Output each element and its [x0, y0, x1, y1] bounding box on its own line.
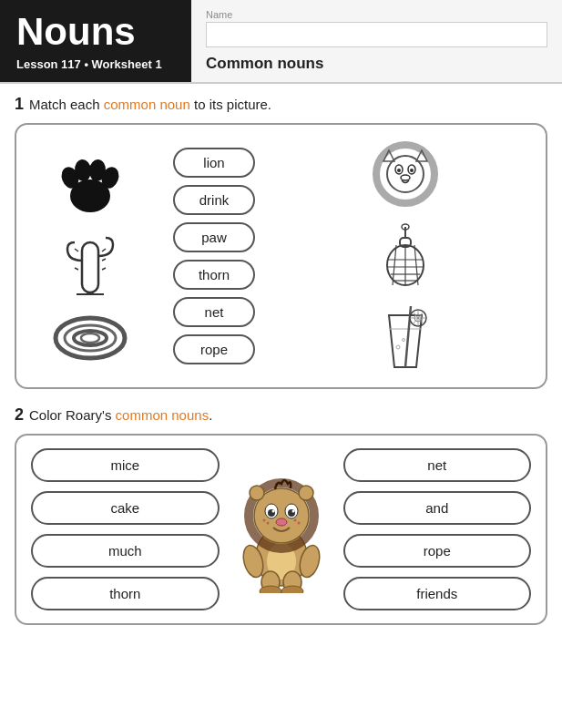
svg-line-11 — [102, 268, 106, 270]
exercise2-number: 2 — [15, 405, 24, 425]
svg-point-61 — [262, 519, 265, 522]
svg-point-52 — [250, 486, 264, 500]
exercise1-left-images — [31, 147, 149, 365]
word-rope2: rope — [343, 534, 532, 568]
word-much: much — [31, 534, 220, 568]
svg-line-8 — [75, 268, 78, 270]
svg-point-69 — [260, 586, 281, 593]
svg-point-64 — [297, 522, 300, 525]
svg-point-16 — [81, 333, 99, 343]
name-input[interactable] — [206, 22, 547, 47]
exercise2-left-words: mice cake much thorn — [31, 448, 220, 610]
svg-point-17 — [376, 145, 434, 203]
word-lion: lion — [173, 148, 255, 178]
paw-image — [54, 147, 127, 220]
lion-image — [369, 138, 442, 210]
exercise1-right-images — [279, 138, 531, 374]
lesson-subtitle: Lesson 117 • Worksheet 1 — [16, 57, 175, 71]
word-rope: rope — [173, 334, 255, 364]
svg-point-70 — [281, 586, 303, 593]
header: Nouns Lesson 117 • Worksheet 1 Name Comm… — [0, 0, 562, 84]
rope-image — [49, 311, 131, 365]
svg-line-9 — [102, 249, 106, 251]
svg-point-58 — [271, 510, 274, 513]
cactus-image — [58, 229, 122, 302]
word-and: and — [343, 491, 532, 525]
word-paw: paw — [173, 222, 255, 252]
word-drink: drink — [173, 185, 255, 215]
exercise2-box: mice cake much thorn — [15, 434, 547, 625]
exercise1-grid: lion drink paw thorn net rope — [31, 138, 531, 374]
name-label: Name — [206, 9, 547, 20]
page-title: Nouns — [16, 11, 175, 53]
word-mice: mice — [31, 448, 220, 482]
svg-point-21 — [397, 169, 401, 172]
exercise2-grid: mice cake much thorn — [31, 448, 531, 610]
exercise1-words: lion drink paw thorn net rope — [155, 148, 273, 364]
svg-point-53 — [299, 486, 313, 500]
word-cake: cake — [31, 491, 220, 525]
svg-line-10 — [102, 259, 106, 261]
svg-point-60 — [276, 518, 287, 526]
exercise2-right-words: net and rope friends — [343, 448, 532, 610]
exercise1-box: lion drink paw thorn net rope — [15, 123, 547, 389]
header-right: Name Common nouns — [191, 0, 562, 82]
word-net2: net — [343, 448, 532, 482]
svg-point-51 — [256, 490, 307, 541]
exercise2-highlight: common nouns — [116, 407, 209, 423]
exercise1-highlight: common noun — [104, 97, 190, 112]
svg-rect-5 — [82, 242, 98, 292]
word-friends: friends — [343, 577, 532, 610]
exercise2-instruction: Color Roary's common nouns. — [29, 407, 212, 423]
svg-point-62 — [266, 522, 269, 525]
svg-line-6 — [75, 249, 78, 251]
header-left: Nouns Lesson 117 • Worksheet 1 — [0, 0, 191, 82]
main-content: 1 Match each common noun to its picture. — [0, 84, 562, 636]
word-thorn: thorn — [173, 260, 255, 290]
svg-point-45 — [396, 345, 400, 349]
word-net: net — [173, 297, 255, 327]
svg-point-22 — [410, 169, 414, 172]
exercise1-instruction: Match each common noun to its picture. — [29, 97, 271, 112]
svg-point-46 — [402, 339, 404, 342]
exercise2-heading: 2 Color Roary's common nouns. — [15, 405, 547, 425]
svg-point-23 — [401, 175, 410, 180]
exercise1-heading: 1 Match each common noun to its picture. — [15, 95, 547, 114]
drink-image — [378, 302, 433, 374]
svg-point-59 — [291, 510, 294, 513]
section-title: Common nouns — [206, 55, 547, 73]
exercise1-number: 1 — [15, 95, 24, 114]
svg-point-63 — [293, 519, 296, 522]
roary-image — [227, 466, 336, 593]
word-thorn2: thorn — [31, 577, 220, 610]
net-image — [378, 220, 433, 292]
